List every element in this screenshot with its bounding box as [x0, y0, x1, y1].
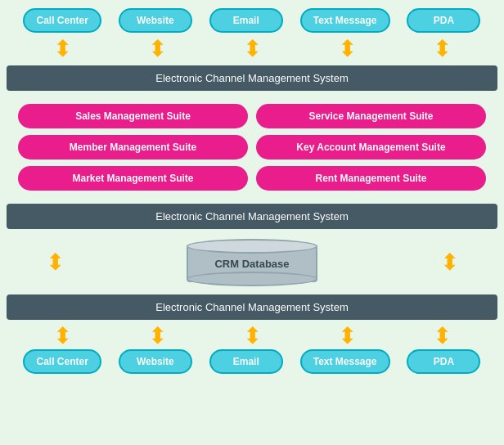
middle-arrow-right: ⬍	[412, 249, 486, 276]
bottom-channel-text-message[interactable]: Text Message	[300, 349, 390, 374]
top-channel-pda[interactable]: PDA	[407, 8, 480, 33]
band-2: Electronic Channel Management System	[7, 204, 497, 229]
band-3: Electronic Channel Management System	[7, 294, 497, 320]
middle-section: ⬍ CRM Database ⬍	[7, 232, 497, 291]
top-channel-website[interactable]: Website	[119, 8, 192, 33]
bottom-arrow-2: ⬍	[120, 325, 194, 348]
bottom-arrow-3: ⬍	[215, 325, 289, 348]
crm-container: CRM Database	[92, 237, 412, 286]
suite-sales[interactable]: Sales Management Suite	[18, 104, 248, 128]
bottom-channel-pda[interactable]: PDA	[407, 349, 480, 374]
suite-row-3: Market Management Suite Rent Management …	[18, 166, 486, 191]
bottom-channel-website[interactable]: Website	[119, 349, 192, 374]
top-arrow-5: ⬍	[405, 38, 479, 61]
top-arrow-2: ⬍	[120, 38, 194, 61]
main-container: Call Center Website Email Text Message P…	[7, 8, 497, 377]
bottom-channel-row: Call Center Website Email Text Message P…	[7, 349, 497, 374]
bottom-arrow-1: ⬍	[25, 325, 99, 348]
top-arrow-row: ⬍ ⬍ ⬍ ⬍ ⬍	[7, 38, 497, 61]
top-channel-call-center[interactable]: Call Center	[23, 8, 101, 33]
suite-market[interactable]: Market Management Suite	[18, 166, 248, 191]
top-channel-email[interactable]: Email	[209, 8, 283, 33]
crm-database: CRM Database	[187, 237, 317, 286]
suite-key-account[interactable]: Key Account Management Suite	[256, 135, 486, 160]
suite-area: Sales Management Suite Service Managemen…	[7, 94, 497, 200]
suite-row-2: Member Management Suite Key Account Mana…	[18, 135, 486, 160]
bottom-channel-call-center[interactable]: Call Center	[23, 349, 101, 374]
crm-db-top	[187, 239, 317, 254]
suite-row-1: Sales Management Suite Service Managemen…	[18, 104, 486, 128]
bottom-channel-email[interactable]: Email	[209, 349, 283, 374]
bottom-arrow-4: ⬍	[310, 325, 384, 348]
crm-db-bottom	[187, 272, 317, 286]
top-arrow-1: ⬍	[25, 38, 99, 61]
middle-arrow-left: ⬍	[18, 249, 92, 276]
suite-member[interactable]: Member Management Suite	[18, 135, 248, 160]
band-1: Electronic Channel Management System	[7, 65, 497, 91]
top-channel-row: Call Center Website Email Text Message P…	[7, 8, 497, 33]
top-arrow-4: ⬍	[310, 38, 384, 61]
suite-service[interactable]: Service Management Suite	[256, 104, 486, 128]
bottom-arrow-row: ⬍ ⬍ ⬍ ⬍ ⬍	[7, 325, 497, 348]
suite-rent[interactable]: Rent Management Suite	[256, 166, 486, 191]
top-arrow-3: ⬍	[215, 38, 289, 61]
top-channel-text-message[interactable]: Text Message	[300, 8, 390, 33]
bottom-arrow-5: ⬍	[405, 325, 479, 348]
